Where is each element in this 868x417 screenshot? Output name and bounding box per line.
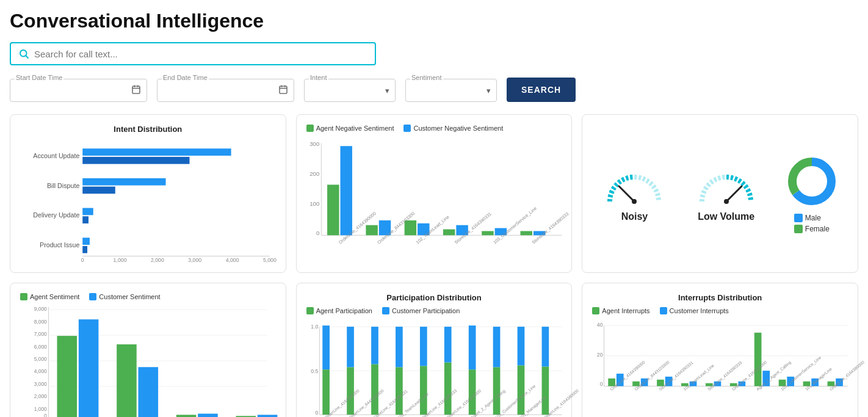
- svg-text:2,000: 2,000: [34, 393, 47, 399]
- intent-distribution-card: Intent Distribution Account Update Bill …: [10, 114, 286, 273]
- negative-sentiment-legend: Agent Negative Sentiment Customer Negati…: [306, 125, 562, 132]
- svg-text:2,000: 2,000: [151, 257, 164, 263]
- agent-part-dot: [306, 307, 314, 314]
- svg-rect-102: [396, 327, 403, 367]
- svg-rect-78: [117, 344, 137, 417]
- svg-text:OrderLine_4164380000: OrderLine_4164380000: [829, 360, 866, 391]
- svg-text:20: 20: [597, 352, 603, 358]
- svg-rect-109: [493, 367, 500, 415]
- noisy-gauge: Noisy: [601, 165, 668, 222]
- interrupts-chart: 40 20 0: [592, 318, 848, 417]
- start-date-label: Start Date Time: [15, 74, 63, 81]
- agent-part-label: Agent Participation: [316, 307, 372, 314]
- svg-text:7,000: 7,000: [34, 331, 47, 337]
- customer-int-label: Customer Interrupts: [670, 307, 729, 314]
- end-date-filter: End Date Time 07/01/2022: [157, 79, 294, 102]
- male-dot: [794, 214, 803, 222]
- end-date-input[interactable]: 07/01/2022: [157, 79, 294, 102]
- gender-donut: Male Female: [784, 154, 839, 233]
- donut-legend: Male Female: [794, 214, 830, 233]
- svg-rect-37: [366, 225, 377, 236]
- customer-int-dot: [660, 307, 667, 314]
- svg-text:3,000: 3,000: [34, 381, 47, 387]
- filters-row: Start Date Time 07/01/2021 End Date Time…: [10, 78, 858, 102]
- svg-rect-79: [139, 367, 159, 417]
- svg-text:100: 100: [309, 200, 320, 207]
- svg-rect-14: [82, 148, 231, 156]
- svg-text:0.5: 0.5: [311, 368, 318, 374]
- svg-rect-35: [327, 185, 339, 236]
- intent-filter: Intent ▾: [304, 79, 396, 102]
- customer-part-label: Customer Participation: [392, 307, 460, 314]
- customer-neg-dot: [403, 125, 411, 132]
- female-label: Female: [805, 225, 830, 233]
- svg-rect-98: [347, 327, 354, 367]
- svg-rect-144: [754, 333, 762, 386]
- negative-sentiment-card: Agent Negative Sentiment Customer Negati…: [296, 114, 573, 273]
- svg-text:4,000: 4,000: [34, 368, 47, 374]
- svg-text:StoreLine_4164390333: StoreLine_4164390333: [530, 211, 570, 245]
- male-label: Male: [805, 214, 821, 222]
- participation-distribution-card: Participation Distribution Agent Partici…: [296, 283, 573, 417]
- svg-text:5,000: 5,000: [263, 257, 277, 263]
- agent-int-dot: [592, 307, 599, 314]
- svg-rect-21: [82, 246, 87, 253]
- participation-title: Participation Distribution: [306, 293, 562, 302]
- search-bar: [10, 42, 376, 65]
- svg-rect-15: [82, 157, 189, 164]
- svg-text:3,000: 3,000: [188, 257, 201, 263]
- interrupts-legend: Agent Interrupts Customer Interrupts: [592, 307, 848, 314]
- sentiment-legend: Agent Sentiment Customer Sentiment: [20, 293, 276, 300]
- sentiment-select[interactable]: [405, 79, 497, 102]
- search-button[interactable]: SEARCH: [507, 78, 576, 102]
- svg-text:300: 300: [309, 140, 320, 147]
- svg-text:0: 0: [315, 410, 318, 416]
- svg-text:103_CustomerService_Line: 103_CustomerService_Line: [492, 206, 538, 245]
- svg-line-53: [619, 186, 634, 201]
- svg-line-55: [726, 186, 742, 201]
- svg-text:200: 200: [309, 170, 320, 177]
- svg-rect-96: [322, 325, 330, 369]
- svg-point-56: [724, 199, 729, 204]
- search-input[interactable]: [34, 49, 367, 59]
- svg-rect-41: [443, 230, 455, 236]
- svg-rect-106: [444, 327, 452, 362]
- agent-int-legend: Agent Interrupts: [592, 307, 649, 314]
- svg-rect-103: [420, 366, 427, 415]
- agent-part-legend: Agent Participation: [306, 307, 372, 314]
- svg-text:5,000: 5,000: [34, 356, 47, 362]
- start-date-input[interactable]: 07/01/2021: [10, 79, 147, 102]
- svg-line-1: [26, 56, 28, 58]
- agent-sent-label: Agent Sentiment: [30, 293, 79, 300]
- svg-rect-104: [420, 327, 427, 366]
- svg-rect-45: [520, 231, 532, 235]
- customer-part-legend: Customer Participation: [382, 307, 460, 314]
- male-legend: Male: [794, 214, 830, 222]
- low-volume-label: Low Volume: [698, 211, 754, 222]
- customer-sentiment-legend: Customer Sentiment: [89, 293, 160, 300]
- svg-rect-76: [57, 336, 77, 417]
- intent-select[interactable]: [304, 79, 396, 102]
- customer-sent-dot: [89, 293, 96, 300]
- sentiment-filter: Sentiment ▾: [405, 79, 497, 102]
- svg-rect-105: [444, 363, 452, 415]
- end-date-label: End Date Time: [162, 74, 209, 81]
- svg-rect-111: [517, 365, 524, 415]
- noisy-label: Noisy: [621, 211, 648, 222]
- sentiment-label: Sentiment: [410, 74, 443, 81]
- svg-text:1.0: 1.0: [311, 324, 318, 330]
- svg-rect-81: [198, 414, 218, 417]
- agent-sent-dot: [20, 293, 27, 300]
- svg-point-54: [632, 199, 637, 204]
- svg-text:1,000: 1,000: [114, 257, 127, 263]
- customer-part-dot: [382, 307, 389, 314]
- svg-rect-18: [82, 208, 93, 216]
- low-volume-gauge: Low Volume: [693, 165, 760, 222]
- svg-rect-114: [541, 327, 549, 366]
- noisy-gauge-svg: [601, 165, 668, 208]
- participation-chart: 1.0 0.5 0: [306, 318, 562, 417]
- svg-text:Delivery Update: Delivery Update: [33, 211, 79, 219]
- customer-neg-legend: Customer Negative Sentiment: [403, 125, 503, 132]
- svg-text:1,000: 1,000: [34, 406, 47, 412]
- svg-text:8,000: 8,000: [34, 319, 47, 325]
